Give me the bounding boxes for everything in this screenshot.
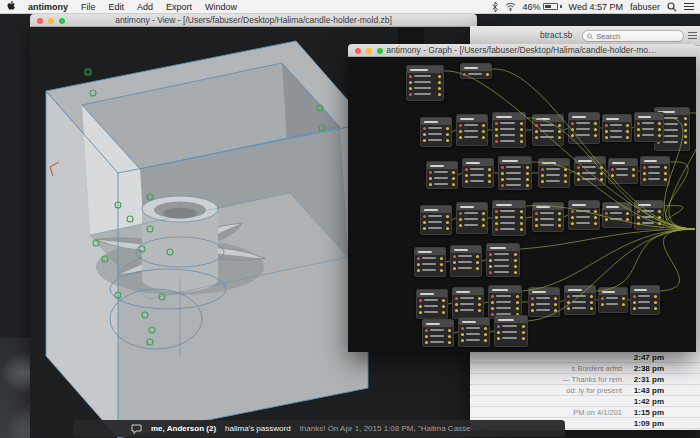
notification-preview: thanks! On Apr 1, 2015 1:08 PM, "Halima …: [300, 424, 471, 433]
graph-node[interactable]: [416, 289, 448, 319]
list-view-icon[interactable]: [688, 32, 697, 39]
graph-node[interactable]: [574, 156, 606, 186]
menu-item-edit[interactable]: Edit: [109, 2, 125, 12]
mail-time: 2:38 pm: [622, 364, 664, 373]
graph-node[interactable]: [492, 112, 526, 148]
list-item[interactable]: od: ly for present1:43 pm: [470, 385, 700, 396]
view-window-titlebar[interactable]: antimony - View - [/Users/fabuser/Deskto…: [30, 14, 477, 27]
list-item[interactable]: PM on 4/1/2011:15 pm: [470, 407, 700, 418]
close-button[interactable]: [37, 18, 43, 24]
graph-node[interactable]: [532, 202, 564, 232]
spotlight-icon[interactable]: [667, 2, 677, 12]
search-input[interactable]: [596, 32, 679, 41]
graph-node[interactable]: [532, 114, 564, 146]
graph-window-title: antimony - Graph - [/Users/fabuser/Deskt…: [386, 45, 657, 55]
graph-node[interactable]: [640, 156, 670, 186]
graph-node[interactable]: [406, 65, 444, 101]
graph-node[interactable]: [498, 156, 532, 190]
mail-time: 1:42 pm: [622, 397, 664, 406]
list-item[interactable]: 1:42 pm: [470, 396, 700, 407]
notification-center-icon[interactable]: [684, 2, 694, 11]
menu-item-window[interactable]: Window: [205, 2, 237, 12]
control-point[interactable]: [85, 69, 91, 75]
graph-node[interactable]: [450, 245, 482, 277]
search-icon: [587, 33, 593, 40]
graph-node[interactable]: [630, 285, 660, 315]
bluetooth-icon[interactable]: [492, 2, 498, 12]
view-window-title: antimony - View - [/Users/fabuser/Deskto…: [115, 15, 392, 25]
apple-menu-icon[interactable]: [6, 1, 15, 13]
graph-node[interactable]: [608, 158, 638, 184]
graph-node[interactable]: [452, 287, 484, 319]
mail-time: 2:47 pm: [622, 353, 664, 362]
mail-time: 2:31 pm: [622, 375, 664, 384]
graph-window: antimony - Graph - [/Users/fabuser/Deskt…: [348, 44, 696, 352]
graph-node[interactable]: [602, 202, 632, 228]
mail-preview: — Thanks for rem: [562, 375, 622, 384]
mail-list: 2:47 pms Borders artist2:38 pm— Thanks f…: [470, 352, 700, 429]
mail-time: 1:09 pm: [622, 419, 664, 428]
menu-user[interactable]: fabuser: [630, 2, 660, 12]
graph-node[interactable]: [422, 319, 454, 347]
notification-sender: me, Anderson (2): [151, 424, 216, 433]
graph-node[interactable]: [568, 200, 600, 230]
graph-node[interactable]: [420, 117, 452, 147]
graph-node[interactable]: [460, 63, 492, 79]
graph-window-titlebar[interactable]: antimony - Graph - [/Users/fabuser/Deskt…: [348, 44, 696, 57]
menu-bar: antimony File Edit Add Export Window 46%…: [0, 0, 700, 14]
minimize-button[interactable]: [48, 18, 54, 24]
list-item[interactable]: 2:47 pm: [470, 352, 700, 363]
menu-item-export[interactable]: Export: [166, 2, 192, 12]
graph-node[interactable]: [634, 200, 664, 230]
close-button[interactable]: [355, 48, 361, 54]
graph-node[interactable]: [420, 205, 452, 235]
wifi-icon[interactable]: [505, 2, 516, 11]
search-field[interactable]: [582, 30, 684, 42]
graph-node[interactable]: [598, 287, 628, 313]
background-window-toolbar: btract.sb: [470, 26, 700, 46]
menu-clock[interactable]: Wed 4:57 PM: [569, 2, 623, 12]
battery-status[interactable]: 46%: [523, 2, 562, 12]
graph-canvas[interactable]: [348, 57, 696, 352]
graph-node[interactable]: [462, 158, 494, 188]
mail-preview: od: ly for present: [566, 386, 622, 395]
list-item[interactable]: — Thanks for rem2:31 pm: [470, 374, 700, 385]
minimize-button[interactable]: [366, 48, 372, 54]
list-item[interactable]: s Borders artist2:38 pm: [470, 363, 700, 374]
mail-time: 1:43 pm: [622, 386, 664, 395]
graph-node[interactable]: [488, 285, 522, 319]
mail-preview: s Borders artist: [572, 364, 622, 373]
graph-node[interactable]: [486, 243, 520, 277]
graph-node[interactable]: [456, 114, 488, 146]
graph-node[interactable]: [494, 315, 528, 347]
battery-icon-nub: [560, 5, 562, 8]
graph-node[interactable]: [492, 200, 526, 236]
notification-bar[interactable]: me, Anderson (2) halima's password thank…: [73, 420, 565, 437]
graph-node[interactable]: [528, 287, 560, 317]
graph-node[interactable]: [538, 158, 570, 188]
graph-node[interactable]: [564, 285, 596, 315]
menu-item-antimony[interactable]: antimony: [28, 2, 68, 12]
background-window-title: btract.sb: [540, 30, 573, 40]
mail-preview: PM on 4/1/201: [573, 408, 622, 417]
chat-bubble-icon: [131, 424, 142, 434]
battery-percent-label: 46%: [523, 2, 541, 12]
graph-node[interactable]: [634, 112, 664, 142]
zoom-button[interactable]: [377, 48, 383, 54]
mail-time: 1:15 pm: [622, 408, 664, 417]
graph-node[interactable]: [456, 202, 488, 234]
graph-node[interactable]: [414, 247, 446, 277]
graph-node[interactable]: [602, 114, 632, 142]
graph-node[interactable]: [458, 317, 490, 347]
menu-item-add[interactable]: Add: [137, 2, 153, 12]
menu-item-file[interactable]: File: [81, 2, 96, 12]
graph-node[interactable]: [568, 112, 600, 144]
zoom-button[interactable]: [59, 18, 65, 24]
graph-node[interactable]: [426, 161, 458, 189]
battery-icon: [543, 3, 558, 10]
notification-subject: halima's password: [225, 424, 291, 433]
